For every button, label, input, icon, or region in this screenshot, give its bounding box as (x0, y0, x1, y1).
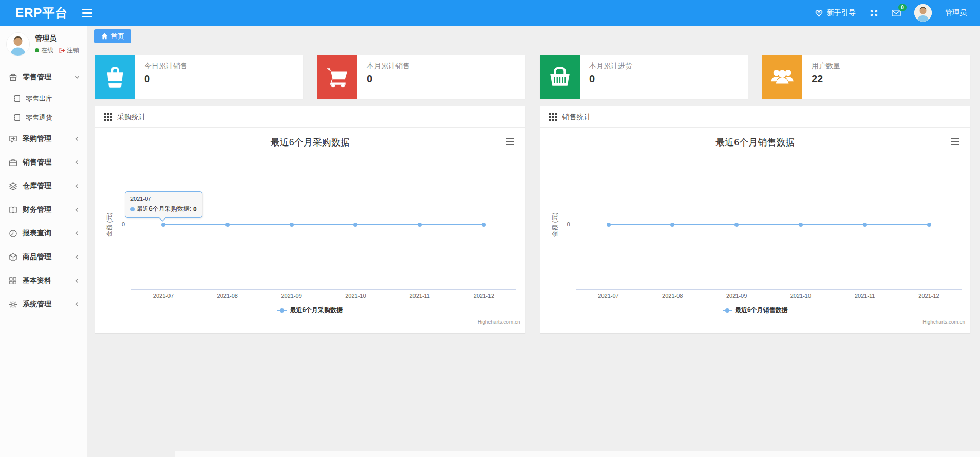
chat-repeat-icon (8, 134, 17, 143)
sidebar-item-label: 零售管理 (23, 72, 51, 82)
series-line (609, 224, 929, 225)
tooltip-series-name: 最近6个月采购数据: (137, 205, 191, 213)
grid-icon (8, 276, 17, 285)
sidebar-item-4[interactable]: 仓库管理 (0, 174, 87, 198)
sidebar-profile: 管理员 在线 注销 (0, 26, 87, 63)
pie-chart-icon (8, 229, 17, 238)
data-point-marker[interactable] (734, 223, 739, 227)
data-point-marker[interactable] (927, 223, 931, 227)
chevron-left-icon (74, 160, 80, 165)
data-point-marker[interactable] (799, 223, 803, 227)
user-menu[interactable]: 管理员 (945, 8, 967, 17)
stat-card-1: 今日累计销售0 (95, 55, 303, 99)
chart-context-menu-icon[interactable] (949, 136, 961, 147)
data-point-marker[interactable] (670, 223, 674, 227)
app-logo: ERP平台 (0, 5, 79, 21)
x-axis-label: 2021-08 (649, 293, 695, 299)
legend-item[interactable]: 最近6个月采购数据 (277, 306, 343, 315)
stat-card-label: 今日累计销售 (144, 62, 187, 71)
stat-card-label: 本月累计销售 (367, 62, 410, 71)
sales-chart: 最近6个月销售数据金额 (元)02021-072021-082021-09202… (540, 128, 971, 333)
stat-card-value: 22 (812, 73, 840, 85)
stat-card-4: 用户数量22 (762, 55, 970, 99)
data-point-marker[interactable] (418, 223, 422, 227)
chart-credits[interactable]: Highcharts.com.cn (478, 319, 520, 325)
sidebar-toggle-icon[interactable] (79, 6, 96, 21)
notebook-icon (12, 113, 22, 122)
logout-label: 注销 (67, 46, 79, 55)
chevron-down-icon (74, 75, 80, 80)
data-point-marker[interactable] (161, 223, 165, 227)
panel-title: 采购统计 (117, 113, 146, 122)
main-content: 首页 今日累计销售0本月累计销售0本月累计进货0用户数量22 采购统计 最近6个… (87, 26, 980, 457)
sidebar-item-2[interactable]: 采购管理 (0, 127, 87, 151)
chevron-left-icon (74, 278, 80, 283)
home-icon (101, 33, 108, 40)
tab-home[interactable]: 首页 (94, 29, 131, 43)
x-axis-label: 2021-11 (842, 293, 888, 299)
data-point-marker[interactable] (353, 223, 357, 227)
y-axis-tick: 0 (111, 221, 125, 227)
stat-card-body: 本月累计进货0 (580, 55, 632, 99)
gem-icon (814, 8, 823, 17)
messages-button[interactable]: 0 (892, 8, 901, 17)
data-point-marker[interactable] (290, 223, 294, 227)
legend-item[interactable]: 最近6个月销售数据 (723, 306, 788, 315)
sidebar-item-7[interactable]: 商品管理 (0, 245, 87, 269)
grid9-icon (549, 113, 558, 122)
stat-card-body: 本月累计销售0 (357, 55, 410, 99)
chart-title: 最近6个月采购数据 (95, 136, 525, 149)
data-point-marker[interactable] (482, 223, 486, 227)
sidebar-menu: 零售管理零售出库零售退货采购管理销售管理仓库管理财务管理报表查询商品管理基本资料… (0, 65, 87, 316)
user-avatar[interactable] (914, 4, 932, 22)
briefcase-icon (8, 158, 17, 167)
stat-card-2: 本月累计销售0 (317, 55, 525, 99)
fullscreen-button[interactable] (869, 8, 878, 17)
online-status-dot (35, 48, 39, 52)
sidebar-item-9[interactable]: 系统管理 (0, 293, 87, 316)
panel-title: 销售统计 (562, 113, 591, 122)
chevron-left-icon (74, 136, 80, 141)
stat-card-value: 0 (144, 73, 187, 85)
sidebar-item-label: 系统管理 (23, 300, 51, 309)
submenu-item[interactable]: 零售退货 (0, 108, 87, 127)
sidebar-item-8[interactable]: 基本资料 (0, 269, 87, 293)
fullscreen-icon (869, 8, 878, 17)
submenu-item[interactable]: 零售出库 (0, 89, 87, 108)
chevron-left-icon (74, 207, 80, 212)
submenu-item-label: 零售出库 (26, 94, 52, 103)
chart-context-menu-icon[interactable] (504, 136, 516, 147)
sidebar-item-label: 商品管理 (23, 252, 51, 262)
purchase-stats-panel: 采购统计 最近6个月采购数据金额 (元)02021-072021-082021-… (95, 106, 525, 333)
stat-cards-row: 今日累计销售0本月累计销售0本月累计进货0用户数量22 (95, 55, 970, 99)
data-point-marker[interactable] (863, 223, 867, 227)
profile-avatar[interactable] (6, 32, 30, 56)
sidebar-item-1[interactable]: 零售管理 (0, 65, 87, 89)
open-book-icon (8, 205, 17, 214)
sidebar-item-label: 基本资料 (23, 276, 51, 285)
y-axis-tick: 0 (557, 221, 570, 227)
logout-button[interactable]: 注销 (59, 46, 79, 55)
submenu: 零售出库零售退货 (0, 89, 87, 127)
chart-panels-row: 采购统计 最近6个月采购数据金额 (元)02021-072021-082021-… (95, 106, 970, 333)
chart-credits[interactable]: Highcharts.com.cn (922, 319, 965, 325)
stat-card-body: 今日累计销售0 (135, 55, 187, 99)
sidebar-item-5[interactable]: 财务管理 (0, 198, 87, 222)
sidebar-item-6[interactable]: 报表查询 (0, 222, 87, 245)
x-axis-line (576, 289, 962, 290)
chart-legend: 最近6个月采购数据 (95, 306, 525, 315)
data-point-marker[interactable] (607, 223, 611, 227)
logout-icon (59, 47, 65, 54)
chevron-left-icon (74, 231, 80, 236)
data-point-marker[interactable] (225, 223, 230, 227)
sidebar-item-3[interactable]: 销售管理 (0, 151, 87, 174)
shopping-cart-icon (317, 55, 357, 99)
stat-card-label: 用户数量 (812, 62, 840, 71)
panel-header: 销售统计 (540, 106, 971, 128)
guide-button[interactable]: 新手引导 (814, 8, 856, 17)
tooltip-value: 0 (193, 206, 197, 213)
x-axis-label: 2021-12 (906, 293, 952, 299)
sidebar-item-label: 销售管理 (23, 158, 51, 167)
legend-marker-icon (723, 308, 732, 313)
chart-legend: 最近6个月销售数据 (540, 306, 971, 315)
